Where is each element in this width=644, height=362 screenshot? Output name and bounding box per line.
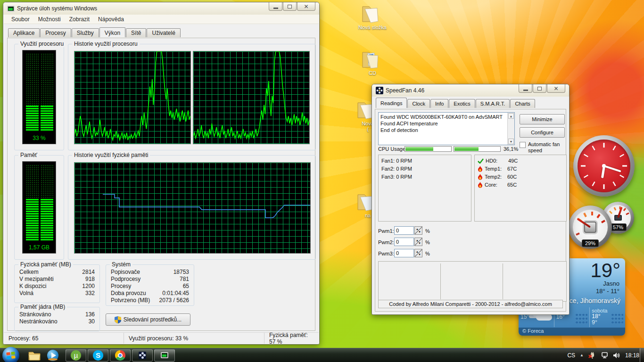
memory-history-chart xyxy=(74,162,311,254)
language-indicator[interactable]: CS xyxy=(567,352,575,359)
taskbar-speedfan-button[interactable] xyxy=(132,349,153,362)
tab-uzivatele[interactable]: Uživatelé xyxy=(147,28,180,37)
taskbar-skype-button[interactable]: S xyxy=(88,349,108,362)
tab-readings[interactable]: Readings xyxy=(376,98,407,108)
flame-icon xyxy=(478,182,483,188)
cpu-usage-bar-2 xyxy=(454,146,501,152)
power-icon[interactable] xyxy=(588,352,596,359)
clock-time[interactable]: 18:18 xyxy=(625,352,639,359)
taskbar-explorer-icon[interactable] xyxy=(27,350,41,361)
temp-label: Core: xyxy=(485,181,505,189)
cpu-usage-gauge: 33 % xyxy=(22,50,56,144)
cpu-usage-bar-1 xyxy=(405,146,452,152)
temp-label: Temp2: xyxy=(485,173,505,181)
weather-location: sice, Jihomoravský xyxy=(565,297,620,304)
pwm2-stepper[interactable]: ▲▼ xyxy=(414,238,422,246)
tab-clock[interactable]: Clock xyxy=(407,99,430,108)
status-processes: Procesy: 65 xyxy=(4,333,124,344)
taskbar-media-player-icon[interactable] xyxy=(46,350,60,361)
cpu-usage-label: CPU Usage xyxy=(378,145,405,153)
resource-monitor-button[interactable]: Sledování prostředků... xyxy=(106,313,190,326)
network-icon[interactable] xyxy=(601,352,608,359)
status-cpu: Využití procesoru: 33 % xyxy=(124,333,264,344)
maximize-button[interactable] xyxy=(533,84,546,93)
configure-button[interactable]: Configure xyxy=(520,127,565,138)
pwm3-input[interactable]: 0 xyxy=(394,249,414,257)
tab-procesy[interactable]: Procesy xyxy=(40,28,71,37)
empty-bottom-panel xyxy=(378,261,567,302)
tab-exotics[interactable]: Exotics xyxy=(449,99,475,108)
temp-value: 60C xyxy=(507,173,517,181)
weather-condition: Jasno xyxy=(603,280,619,287)
tab-info[interactable]: Info xyxy=(430,99,448,108)
menu-soubor[interactable]: Soubor xyxy=(8,15,33,24)
maximize-button[interactable] xyxy=(283,2,297,11)
temp-label: Temp1: xyxy=(485,165,505,173)
clock-gadget[interactable] xyxy=(573,135,635,197)
log-line: Found ACPI temperature xyxy=(380,120,506,127)
menu-moznosti[interactable]: Možnosti xyxy=(34,15,65,24)
status-memory: Fyzická paměť: 57 % xyxy=(264,333,319,344)
weather-range: 18° - 11° xyxy=(596,288,619,295)
minimize-app-button[interactable]: Minimize xyxy=(520,114,565,124)
weather-provider: © Foreca xyxy=(519,328,625,336)
tab-vykon[interactable]: Výkon xyxy=(99,27,125,37)
close-button[interactable]: ✕ xyxy=(297,2,315,11)
fan2-reading: Fan2: 0 RPM xyxy=(381,165,468,173)
desktop-icon-cd[interactable]: CD xyxy=(354,49,391,76)
folder-icon xyxy=(361,3,384,24)
cpu-percent-badge: 29% xyxy=(582,239,599,247)
pwm3-unit: % xyxy=(425,250,430,258)
temp-value: 67C xyxy=(507,165,517,173)
fan3-reading: Fan3: 0 RPM xyxy=(381,173,468,181)
close-button[interactable]: ✕ xyxy=(547,84,565,93)
minimize-button[interactable] xyxy=(519,84,532,93)
desktop-icon-label: Nová složka xyxy=(351,25,394,30)
temp-label: HD0: xyxy=(486,157,506,165)
volume-icon[interactable] xyxy=(613,352,620,359)
uac-shield-icon xyxy=(115,316,121,323)
task-manager-app-icon xyxy=(7,6,15,12)
clock-center-dot xyxy=(602,164,606,168)
show-desktop-button[interactable] xyxy=(640,348,644,362)
pwm3-stepper[interactable]: ▲▼ xyxy=(414,249,422,257)
taskbar-chrome-button[interactable] xyxy=(110,349,131,362)
pwm2-unit: % xyxy=(425,239,430,247)
ram-percent-badge: 57% xyxy=(610,223,627,231)
scroll-up-icon[interactable]: ▲ xyxy=(508,113,514,119)
show-hidden-icons-button[interactable]: ▲ xyxy=(580,353,584,357)
detection-log[interactable]: Found WDC WD5000BEKT-60KA9T0 on AdvSMART… xyxy=(378,112,515,145)
auto-fan-checkbox-row[interactable]: Automatic fan speed xyxy=(520,141,567,154)
memory-group: Paměť 1,57 GB xyxy=(14,155,64,260)
scroll-down-icon[interactable]: ▼ xyxy=(508,139,514,144)
task-manager-statusbar: Procesy: 65 Využití procesoru: 33 % Fyzi… xyxy=(4,332,319,344)
tab-aplikace[interactable]: Aplikace xyxy=(8,28,40,37)
menu-napoveda[interactable]: Nápověda xyxy=(94,15,128,24)
menubar: Soubor Možnosti Zobrazit Nápověda xyxy=(4,15,319,24)
pwm1-stepper[interactable]: ▲▼ xyxy=(414,226,422,235)
taskbar-task-manager-button[interactable] xyxy=(154,349,175,362)
log-scrollbar[interactable]: ▲ ▼ xyxy=(507,113,514,145)
cpu-history-chart-core2 xyxy=(193,51,310,144)
system-tray: CS ▲ 18:18 xyxy=(567,348,639,362)
cpu-history-group: Historie využití procesoru xyxy=(68,44,316,150)
taskbar-utorrent-button[interactable]: µ xyxy=(66,349,86,362)
pwm2-input[interactable]: 0 xyxy=(394,238,414,246)
fan-readings-panel: Fan1: 0 RPM Fan2: 0 RPM Fan3: 0 RPM xyxy=(378,155,471,222)
desktop-icon-nova-slozka[interactable]: Nová složka xyxy=(351,3,394,30)
tab-smart[interactable]: S.M.A.R.T. xyxy=(476,99,510,108)
menu-zobrazit[interactable]: Zobrazit xyxy=(66,15,93,24)
tab-charts[interactable]: Charts xyxy=(510,99,535,108)
tab-sluzby[interactable]: Služby xyxy=(72,28,99,37)
desktop-icon-label: CD xyxy=(354,70,391,76)
checkbox-icon[interactable] xyxy=(520,142,526,148)
performance-tab-page: Využití procesoru 33 % Historie využití … xyxy=(7,38,315,331)
folder-icon xyxy=(361,49,384,69)
cpu-meter-gadget[interactable]: 29% xyxy=(569,206,612,249)
minimize-button[interactable] xyxy=(269,2,282,11)
tab-site[interactable]: Sítě xyxy=(126,28,146,37)
task-manager-window: Správce úloh systému Windows ✕ Soubor Mo… xyxy=(3,2,320,345)
cpu-history-chart-core1 xyxy=(74,51,191,144)
start-button[interactable] xyxy=(2,347,19,362)
pwm1-input[interactable]: 0 xyxy=(394,226,414,235)
